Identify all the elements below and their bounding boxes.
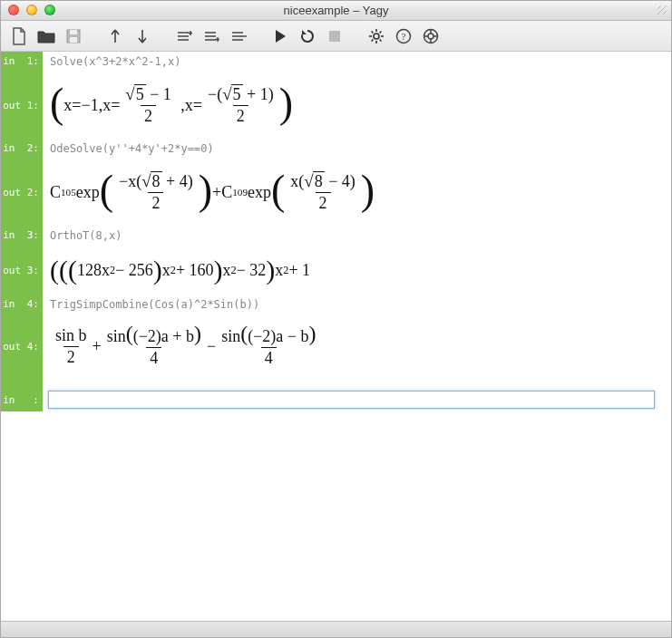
cell-label: out 4: [1, 314, 43, 379]
help-icon: ? [395, 28, 412, 44]
cell-in-3[interactable]: in 3: OrthoT(8,x) [1, 226, 671, 246]
reload-icon [299, 28, 316, 44]
cell-label: out 3: [1, 246, 43, 295]
cell-code: OdeSolve(y''+4*y'+2*y==0) [43, 139, 671, 159]
open-file-icon [37, 28, 55, 44]
empty-area [1, 411, 671, 593]
cell-output: ( x = −1, x = √5 − 12 , x = −(√5 + 1)2 ) [43, 72, 671, 139]
svg-point-14 [374, 34, 379, 39]
run-button[interactable] [268, 24, 293, 48]
cell-in-2[interactable]: in 2: OdeSolve(y''+4*y'+2*y==0) [1, 139, 671, 159]
svg-rect-13 [329, 31, 340, 42]
settings-button[interactable] [364, 24, 389, 48]
svg-rect-1 [70, 30, 77, 34]
insert-above-button[interactable] [171, 24, 197, 48]
cell-in-active[interactable]: in : [1, 388, 671, 411]
cell-label: in : [1, 388, 43, 411]
cell-label: in 1: [1, 52, 43, 72]
svg-line-19 [372, 31, 374, 33]
arrow-up-icon [110, 28, 121, 44]
cell-output: C105 exp ( −x(√8 + 4)2 ) + C109 exp ( x(… [43, 159, 671, 226]
gear-icon [368, 28, 385, 44]
cell-label: in 3: [1, 226, 43, 246]
minimize-window-button[interactable] [26, 5, 37, 15]
cell-output: ((( 128x2 − 256 )x2 + 160 )x2 − 32 )x2 +… [43, 246, 671, 295]
gutter-gap [1, 379, 43, 388]
expand-icon [657, 5, 667, 15]
insert-below-button[interactable] [199, 24, 224, 48]
svg-line-22 [380, 31, 382, 33]
cell-code: OrthoT(8,x) [43, 226, 671, 246]
reload-button[interactable] [295, 24, 320, 48]
cell-output: sin b2 + sin((−2)a + b)4 − sin((−2)a − b… [43, 314, 671, 379]
arrow-down-icon [137, 28, 148, 44]
cell-label: in 4: [1, 295, 43, 314]
status-bar [1, 621, 671, 637]
cell-out-4: out 4: sin b2 + sin((−2)a + b)4 − sin((−… [1, 314, 671, 379]
new-file-button[interactable] [6, 24, 32, 48]
svg-text:?: ? [402, 31, 406, 42]
support-button[interactable] [418, 24, 443, 48]
window-title: niceexample – Yagy [1, 4, 671, 17]
help-button[interactable]: ? [391, 24, 416, 48]
svg-line-20 [380, 39, 382, 41]
cell-in-1[interactable]: in 1: Solve(x^3+2*x^2-1,x) [1, 52, 671, 72]
cell-label: out 2: [1, 159, 43, 226]
code-input[interactable] [48, 391, 655, 409]
cell-out-2: out 2: C105 exp ( −x(√8 + 4)2 ) + C109 e… [1, 159, 671, 226]
zoom-window-button[interactable] [44, 5, 55, 15]
run-icon [274, 29, 287, 44]
open-file-button[interactable] [34, 24, 59, 48]
svg-line-21 [372, 39, 374, 41]
active-input-cell [43, 388, 671, 411]
move-up-button[interactable] [102, 24, 128, 48]
notebook-area: in 1: Solve(x^3+2*x^2-1,x) out 1: ( x = … [1, 52, 671, 621]
svg-rect-2 [70, 37, 77, 43]
new-file-icon [11, 27, 27, 45]
toolbar: ? [1, 21, 671, 52]
insert-above-icon [176, 29, 192, 44]
insert-below-icon [203, 29, 219, 44]
stop-button[interactable] [322, 24, 347, 48]
titlebar: niceexample – Yagy [1, 1, 671, 21]
svg-point-26 [428, 34, 433, 39]
save-icon [65, 28, 82, 44]
cell-label: in 2: [1, 139, 43, 159]
cell-out-1: out 1: ( x = −1, x = √5 − 12 , x = −(√5 … [1, 72, 671, 139]
delete-cell-icon [230, 29, 247, 44]
move-down-button[interactable] [130, 24, 155, 48]
save-button[interactable] [61, 24, 86, 48]
close-window-button[interactable] [8, 5, 19, 15]
cell-label: out 1: [1, 72, 43, 139]
lifering-icon [423, 28, 439, 44]
cell-in-4[interactable]: in 4: TrigSimpCombine(Cos(a)^2*Sin(b)) [1, 295, 671, 314]
cell-code: TrigSimpCombine(Cos(a)^2*Sin(b)) [43, 295, 671, 314]
delete-cell-button[interactable] [226, 24, 251, 48]
gap [1, 379, 671, 388]
cell-out-3: out 3: ((( 128x2 − 256 )x2 + 160 )x2 − 3… [1, 246, 671, 295]
cell-code: Solve(x^3+2*x^2-1,x) [43, 52, 671, 72]
traffic-lights [8, 5, 55, 15]
stop-icon [328, 30, 341, 43]
